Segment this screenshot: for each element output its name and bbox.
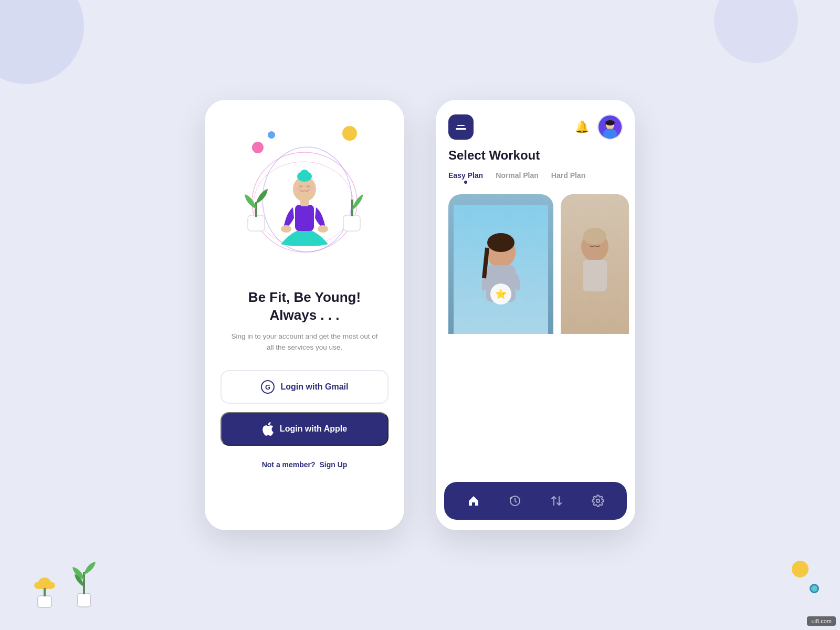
svg-rect-0: [38, 596, 51, 607]
menu-line-2: [456, 128, 466, 130]
signup-link[interactable]: Sign Up: [319, 460, 347, 469]
signup-text: Not a member? Sign Up: [262, 460, 348, 469]
yoga-card-image: [454, 205, 548, 334]
svg-rect-38: [583, 260, 607, 291]
workout-screen: 🔔: [436, 100, 635, 530]
svg-point-3: [46, 582, 55, 589]
signup-prefix: Not a member?: [262, 460, 316, 469]
login-screen: Be Fit, Be Young! Always . . . Sing in t…: [205, 100, 404, 530]
menu-button[interactable]: [448, 114, 474, 140]
notification-bell-icon[interactable]: 🔔: [575, 120, 589, 134]
deco-pink-circle: [252, 142, 264, 153]
posture-card[interactable]: Posture C 🕐 15: [561, 194, 629, 334]
header: 🔔: [436, 100, 635, 148]
svg-point-24: [308, 187, 313, 191]
menu-line-1: [457, 125, 465, 127]
bg-decoration-circle-tr: [714, 0, 798, 63]
yoga-exercises-card[interactable]: ⭐ Yoga Exercises 🕐 10 Min.: [448, 194, 553, 334]
settings-gear-icon: [592, 495, 604, 507]
header-right: 🔔: [575, 114, 623, 140]
svg-rect-6: [83, 572, 85, 594]
avatar-image: [598, 116, 622, 139]
bottom-plants-decoration: [26, 562, 100, 609]
phones-container: Be Fit, Be Young! Always . . . Sing in t…: [205, 100, 635, 530]
svg-rect-12: [343, 215, 360, 231]
deco-yellow-circle: [342, 126, 357, 141]
home-icon: [467, 495, 480, 507]
login-gmail-button[interactable]: G Login with Gmail: [220, 370, 388, 404]
svg-point-41: [596, 499, 600, 502]
nav-home[interactable]: [462, 489, 485, 512]
svg-point-30: [605, 120, 615, 125]
bg-decoration-circle-tl: [0, 0, 84, 84]
watermark: ui8.com: [807, 616, 836, 626]
deco-blue-circle: [268, 131, 275, 139]
svg-point-39: [583, 228, 606, 245]
arrows-updown-icon: [550, 495, 563, 507]
bg-decoration-circle-br2: [810, 584, 819, 593]
bg-decoration-circle-br: [792, 561, 808, 578]
svg-point-16: [318, 225, 328, 233]
posture-card-image: [561, 194, 629, 334]
svg-point-35: [487, 233, 514, 252]
user-avatar[interactable]: [597, 114, 623, 140]
tab-easy-plan[interactable]: Easy Plan: [448, 171, 483, 184]
apple-icon: [262, 422, 274, 436]
login-gmail-label: Login with Gmail: [281, 382, 349, 392]
svg-point-22: [306, 185, 310, 187]
bottom-nav: [444, 482, 627, 520]
spacer: [436, 334, 635, 474]
tab-hard-plan[interactable]: Hard Plan: [551, 171, 585, 184]
tab-normal-plan[interactable]: Normal Plan: [496, 171, 539, 184]
svg-point-15: [281, 225, 291, 233]
svg-rect-4: [44, 588, 46, 596]
svg-point-20: [300, 170, 309, 177]
nav-history[interactable]: [503, 489, 527, 512]
sub-text: Sing in to your account and get the most…: [231, 331, 378, 353]
svg-point-2: [34, 582, 44, 589]
login-apple-label: Login with Apple: [280, 424, 347, 434]
login-apple-button[interactable]: Login with Apple: [220, 412, 388, 446]
workout-tabs: Easy Plan Normal Plan Hard Plan: [436, 171, 635, 184]
svg-point-23: [296, 187, 301, 191]
svg-rect-10: [248, 215, 265, 231]
illustration-area: [220, 116, 388, 284]
favorite-button[interactable]: ⭐: [490, 284, 511, 304]
gmail-icon: G: [261, 380, 275, 394]
svg-rect-11: [255, 202, 257, 217]
workout-cards-row: ⭐ Yoga Exercises 🕐 10 Min.: [436, 194, 635, 334]
svg-point-21: [299, 185, 303, 187]
svg-text:G: G: [265, 383, 270, 391]
section-title: Select Workout: [436, 148, 635, 163]
nav-activity[interactable]: [545, 489, 568, 512]
tagline: Be Fit, Be Young! Always . . .: [248, 289, 361, 324]
svg-rect-5: [78, 593, 90, 607]
nav-settings[interactable]: [586, 489, 610, 512]
clock-rotate-icon: [509, 495, 521, 507]
svg-rect-14: [295, 205, 314, 231]
